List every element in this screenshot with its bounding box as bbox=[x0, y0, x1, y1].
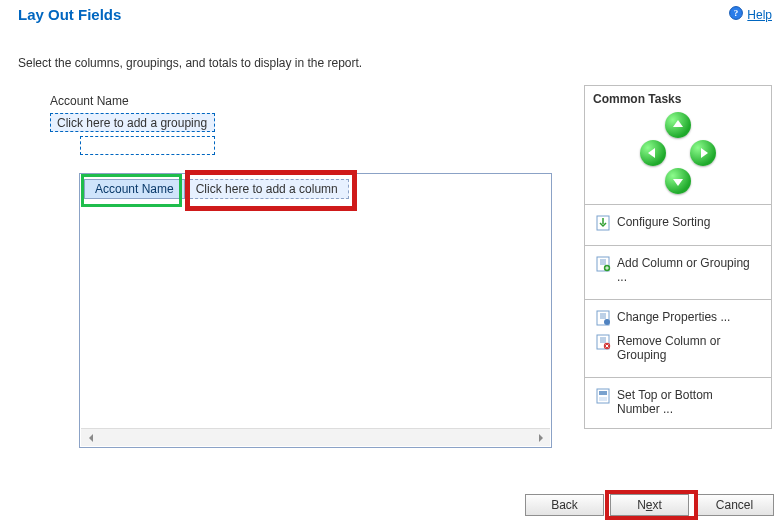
next-label: Next bbox=[637, 498, 662, 512]
help-link[interactable]: ? Help bbox=[729, 6, 772, 23]
add-column-placeholder[interactable]: Click here to add a column bbox=[185, 179, 349, 199]
sorting-icon bbox=[595, 215, 611, 231]
root-field-label: Account Name bbox=[50, 94, 129, 108]
add-column-text: Click here to add a column bbox=[196, 182, 338, 196]
set-top-bottom-link[interactable]: Set Top or Bottom Number ... bbox=[593, 384, 763, 421]
svg-point-12 bbox=[604, 319, 610, 325]
move-right-button[interactable] bbox=[690, 140, 716, 166]
back-label: Back bbox=[551, 498, 578, 512]
column-account-name-label: Account Name bbox=[95, 182, 174, 196]
svg-text:?: ? bbox=[734, 8, 739, 18]
cancel-label: Cancel bbox=[716, 498, 753, 512]
change-properties-link[interactable]: Change Properties ... bbox=[593, 306, 763, 330]
properties-icon bbox=[595, 310, 611, 326]
add-column-grouping-link[interactable]: Add Column or Grouping ... bbox=[593, 252, 763, 289]
svg-rect-19 bbox=[599, 391, 607, 395]
scroll-left-button[interactable] bbox=[83, 430, 100, 445]
common-tasks-title: Common Tasks bbox=[593, 92, 763, 106]
help-icon: ? bbox=[729, 6, 743, 23]
next-button[interactable]: Next bbox=[610, 494, 689, 516]
remove-column-icon bbox=[595, 334, 611, 350]
back-button[interactable]: Back bbox=[525, 494, 604, 516]
horizontal-scrollbar[interactable] bbox=[81, 428, 550, 446]
common-tasks-panel: Common Tasks bbox=[584, 85, 772, 429]
wizard-footer: Back Next Cancel bbox=[525, 494, 774, 516]
change-properties-label: Change Properties ... bbox=[617, 310, 730, 324]
sub-grouping-slot[interactable] bbox=[80, 136, 215, 155]
set-top-bottom-label: Set Top or Bottom Number ... bbox=[617, 388, 757, 417]
add-column-grouping-label: Add Column or Grouping ... bbox=[617, 256, 757, 285]
remove-column-grouping-link[interactable]: Remove Column or Grouping bbox=[593, 330, 763, 367]
column-account-name[interactable]: Account Name bbox=[84, 179, 185, 199]
move-up-button[interactable] bbox=[665, 112, 691, 138]
page-title: Lay Out Fields bbox=[18, 6, 121, 23]
cancel-button[interactable]: Cancel bbox=[695, 494, 774, 516]
move-left-button[interactable] bbox=[640, 140, 666, 166]
add-grouping-text: Click here to add a grouping bbox=[57, 116, 207, 130]
configure-sorting-link[interactable]: Configure Sorting bbox=[593, 211, 763, 235]
instruction-text: Select the columns, groupings, and total… bbox=[18, 56, 362, 70]
add-grouping-placeholder[interactable]: Click here to add a grouping bbox=[50, 113, 215, 132]
top-bottom-icon bbox=[595, 388, 611, 404]
help-label: Help bbox=[747, 8, 772, 22]
add-column-icon bbox=[595, 256, 611, 272]
report-layout-canvas[interactable]: Account Name Click here to add a column bbox=[79, 173, 552, 448]
move-down-button[interactable] bbox=[665, 168, 691, 194]
configure-sorting-label: Configure Sorting bbox=[617, 215, 710, 229]
scroll-right-button[interactable] bbox=[531, 430, 548, 445]
remove-column-grouping-label: Remove Column or Grouping bbox=[617, 334, 757, 363]
svg-rect-20 bbox=[599, 397, 607, 401]
